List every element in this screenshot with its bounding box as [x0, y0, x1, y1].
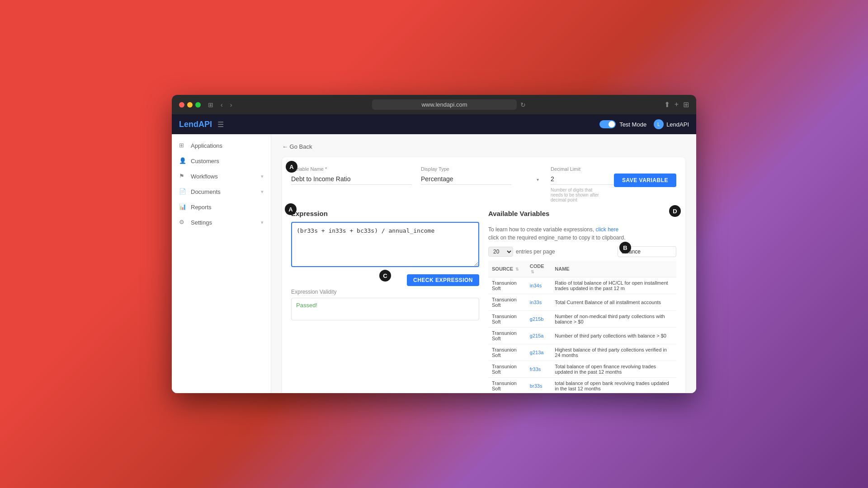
hamburger-icon[interactable]: ☰	[217, 120, 224, 129]
maximize-button[interactable]	[195, 102, 201, 108]
content-area: ← Go Back A Variable Name * Display Type	[271, 134, 696, 393]
decimal-hint: Number of digits that needs to be shown …	[551, 188, 605, 202]
share-icon[interactable]: ⬆	[664, 100, 670, 109]
logo: LendAPI	[179, 120, 212, 129]
col-code: CODE ⇅	[526, 261, 551, 277]
cell-source: Transunion Soft	[488, 378, 526, 394]
cell-code[interactable]: in33s	[526, 294, 551, 311]
new-tab-icon[interactable]: +	[675, 100, 679, 109]
back-nav-icon[interactable]: ‹	[219, 100, 225, 109]
display-type-label: Display Type	[421, 166, 542, 172]
sidebar-toggle-icon[interactable]: ⊞	[206, 100, 215, 109]
logo-lend: Lend	[179, 120, 198, 129]
cell-code[interactable]: g215a	[526, 328, 551, 344]
variables-table: SOURCE ⇅ CODE ⇅ NAME Transunion Soft in3…	[488, 261, 676, 393]
reload-icon[interactable]: ↻	[520, 101, 526, 108]
sidebar-item-applications[interactable]: ⊞ Applications	[172, 138, 271, 153]
variable-name-input[interactable]	[291, 174, 412, 185]
sidebar-item-workflows[interactable]: ⚑ Workflows ▾	[172, 169, 271, 184]
table-row[interactable]: Transunion Soft g215b Number of non-medi…	[488, 311, 676, 328]
table-body: Transunion Soft in34s Ratio of total bal…	[488, 277, 676, 394]
sidebar-item-documents[interactable]: 📄 Documents ▾	[172, 184, 271, 199]
browser-chrome: ⊞ ‹ › www.lendapi.com ↻ ⬆ + ⊞	[172, 95, 696, 114]
grid-icon: ⊞	[179, 142, 186, 149]
table-controls: B 20 50 100 entries per page	[488, 246, 676, 257]
two-panel: A Expression (br33s + in33s + bc33s) / a…	[291, 210, 676, 393]
variable-name-label: Variable Name *	[291, 166, 412, 172]
table-row[interactable]: Transunion Soft fr33s Total balance of o…	[488, 361, 676, 378]
sidebar-item-label-documents: Documents	[191, 188, 221, 195]
address-bar-wrap: www.lendapi.com ↻	[239, 99, 658, 110]
expression-textarea[interactable]: (br33s + in33s + bc33s) / annual_income	[291, 222, 479, 267]
click-here-link[interactable]: click here	[595, 226, 618, 233]
entries-select[interactable]: 20 50 100	[488, 247, 513, 257]
app-content: LendAPI ☰ Test Mode L LendAPI	[172, 114, 696, 393]
user-badge[interactable]: L LendAPI	[654, 119, 689, 129]
cell-name: total balance of open bank revolving tra…	[551, 378, 676, 394]
form-top-row: A Variable Name * Display Type Percentag…	[291, 166, 676, 202]
top-bar: LendAPI ☰ Test Mode L LendAPI	[172, 114, 696, 134]
sidebar-item-label-customers: Customers	[191, 158, 219, 164]
cell-code[interactable]: br33s	[526, 378, 551, 394]
expression-title: Expression	[291, 210, 479, 217]
users-icon: 👤	[179, 157, 186, 164]
cell-code[interactable]: g213a	[526, 344, 551, 361]
save-variable-button[interactable]: SAVE VARIABLE	[614, 174, 676, 187]
forward-nav-icon[interactable]: ›	[228, 100, 234, 109]
display-type-select-wrap: Percentage Number Currency	[421, 174, 542, 185]
col-source: SOURCE ⇅	[488, 261, 526, 277]
sort-icon-source: ⇅	[515, 267, 519, 272]
sidebar-item-label-applications: Applications	[191, 142, 222, 149]
minimize-button[interactable]	[187, 102, 193, 108]
sidebar-item-label-settings: Settings	[191, 219, 212, 226]
flag-icon: ⚑	[179, 173, 186, 180]
logo-api: API	[198, 120, 212, 129]
cell-code[interactable]: fr33s	[526, 361, 551, 378]
cell-source: Transunion Soft	[488, 328, 526, 344]
sort-icon-code: ⇅	[531, 270, 534, 274]
test-mode-label: Test Mode	[619, 121, 646, 128]
table-row[interactable]: Transunion Soft g213a Highest balance of…	[488, 344, 676, 361]
browser-nav: ⊞ ‹ ›	[206, 100, 234, 109]
cell-name: Number of third party collections with b…	[551, 328, 676, 344]
cell-name: Total Current Balance of all installment…	[551, 294, 676, 311]
cell-code[interactable]: in34s	[526, 277, 551, 294]
cell-code[interactable]: g215b	[526, 311, 551, 328]
sidebar-item-reports[interactable]: 📊 Reports	[172, 199, 271, 215]
validity-box: Passed!	[291, 298, 479, 320]
chevron-down-icon-settings: ▾	[261, 220, 264, 225]
save-button-wrap: SAVE VARIABLE	[614, 166, 676, 187]
sidebar-item-settings[interactable]: ⚙ Settings ▾	[172, 215, 271, 230]
chevron-down-icon-docs: ▾	[261, 189, 264, 195]
cell-source: Transunion Soft	[488, 344, 526, 361]
cell-source: Transunion Soft	[488, 277, 526, 294]
desc-text: To learn how to create variable expressi…	[488, 226, 594, 233]
validity-value: Passed!	[296, 302, 317, 309]
display-type-select[interactable]: Percentage Number Currency	[421, 174, 511, 185]
address-bar[interactable]: www.lendapi.com	[372, 99, 517, 110]
toggle-switch[interactable]	[599, 120, 616, 128]
sidebar-item-label-reports: Reports	[191, 204, 212, 211]
main-layout: ⊞ Applications 👤 Customers ⚑ Workflows ▾…	[172, 134, 696, 393]
validity-label: Expression Validity	[291, 289, 479, 295]
entries-label: entries per page	[516, 249, 555, 255]
sidebar-item-customers[interactable]: 👤 Customers	[172, 153, 271, 169]
gear-icon: ⚙	[179, 219, 186, 226]
table-row[interactable]: Transunion Soft in33s Total Current Bala…	[488, 294, 676, 311]
cell-name: Number of non-medical third party collec…	[551, 311, 676, 328]
decimal-limit-label: Decimal Limit	[551, 166, 605, 172]
cell-source: Transunion Soft	[488, 311, 526, 328]
table-row[interactable]: Transunion Soft in34s Ratio of total bal…	[488, 277, 676, 294]
user-name: LendAPI	[666, 121, 689, 128]
table-row[interactable]: Transunion Soft g215a Number of third pa…	[488, 328, 676, 344]
top-bar-right: Test Mode L LendAPI	[599, 119, 689, 129]
test-mode-toggle[interactable]: Test Mode	[599, 120, 646, 128]
go-back-button[interactable]: ← Go Back	[282, 143, 685, 150]
cell-name: Ratio of total balance of HC/CL for open…	[551, 277, 676, 294]
table-row[interactable]: Transunion Soft br33s total balance of o…	[488, 378, 676, 394]
tabs-icon[interactable]: ⊞	[683, 100, 689, 109]
close-button[interactable]	[179, 102, 184, 108]
search-input[interactable]	[618, 246, 676, 257]
expression-panel: A Expression (br33s + in33s + bc33s) / a…	[291, 210, 479, 393]
check-expression-button[interactable]: CHECK EXPRESSION	[407, 274, 479, 286]
